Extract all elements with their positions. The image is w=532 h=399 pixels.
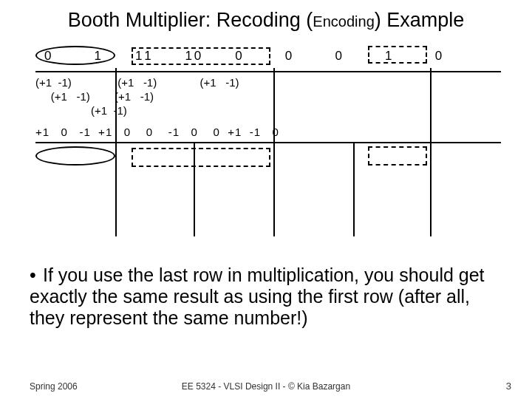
title-sub: Encoding <box>313 13 374 30</box>
vline-3 <box>273 68 275 236</box>
bullet-paragraph: •If you use the last row in multiplicati… <box>30 265 502 328</box>
bits-group-2: 1 1 0 0 0 1 0 <box>135 49 450 64</box>
title-end: ) Example <box>375 9 465 31</box>
footer-center: EE 5324 - VLSI Design II - © Kia Bazarga… <box>0 381 532 392</box>
oval-bottom <box>35 146 115 166</box>
bullet-text: If you use the last row in multiplicatio… <box>30 265 485 328</box>
result-row: +1 0 -1 +1 0 0 -1 0 0 +1 -1 0 <box>35 126 279 138</box>
page-number: 3 <box>506 381 511 392</box>
vline-4 <box>353 142 355 236</box>
recoding-diagram: 0 1 1 0 1 1 0 0 0 1 0 (+1 -1) (+1 -1) (+… <box>35 46 501 238</box>
dashed-box-bottom-2 <box>368 146 427 166</box>
dashed-box-bottom-1 <box>132 148 270 167</box>
slide-title: Booth Multiplier: Recoding (Encoding) Ex… <box>0 9 532 32</box>
recoding-pairs: (+1 -1) (+1 -1) (+1 -1) (+1 -1) (+1 -1) … <box>35 75 239 117</box>
title-main: Booth Multiplier: Recoding ( <box>68 9 313 31</box>
bullet-dot: • <box>30 265 43 286</box>
vline-5 <box>430 68 432 236</box>
vline-2 <box>194 142 195 236</box>
vline-1 <box>115 68 117 236</box>
